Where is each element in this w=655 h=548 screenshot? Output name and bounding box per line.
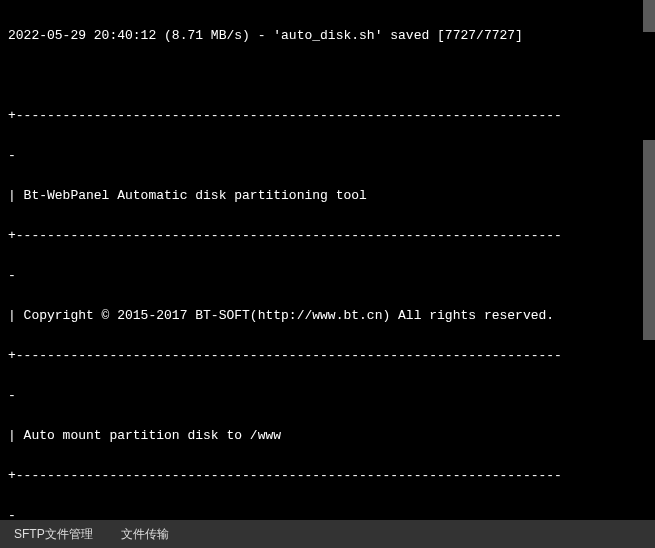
output-line: | Copyright © 2015-2017 BT-SOFT(http://w… bbox=[8, 306, 647, 326]
scrollbar-thumb-top[interactable] bbox=[643, 0, 655, 32]
tab-file-transfer[interactable]: 文件传输 bbox=[107, 520, 183, 548]
output-line: - bbox=[8, 506, 647, 520]
output-line: +---------------------------------------… bbox=[8, 346, 647, 366]
terminal-window: { "terminal": { "saved_line": "2022-05-2… bbox=[0, 0, 655, 548]
tab-sftp-file-manager[interactable]: SFTP文件管理 bbox=[0, 520, 107, 548]
output-line: - bbox=[8, 146, 647, 166]
output-line: - bbox=[8, 386, 647, 406]
terminal-output[interactable]: 2022-05-29 20:40:12 (8.71 MB/s) - 'auto_… bbox=[0, 0, 655, 520]
output-line: | Bt-WebPanel Automatic disk partitionin… bbox=[8, 186, 647, 206]
output-line: - bbox=[8, 266, 647, 286]
scrollbar-thumb[interactable] bbox=[643, 140, 655, 340]
output-line: +---------------------------------------… bbox=[8, 106, 647, 126]
output-line: 2022-05-29 20:40:12 (8.71 MB/s) - 'auto_… bbox=[8, 26, 647, 46]
output-line: +---------------------------------------… bbox=[8, 466, 647, 486]
output-line: +---------------------------------------… bbox=[8, 226, 647, 246]
bottom-tab-bar: SFTP文件管理 文件传输 bbox=[0, 520, 655, 548]
output-line: | Auto mount partition disk to /www bbox=[8, 426, 647, 446]
